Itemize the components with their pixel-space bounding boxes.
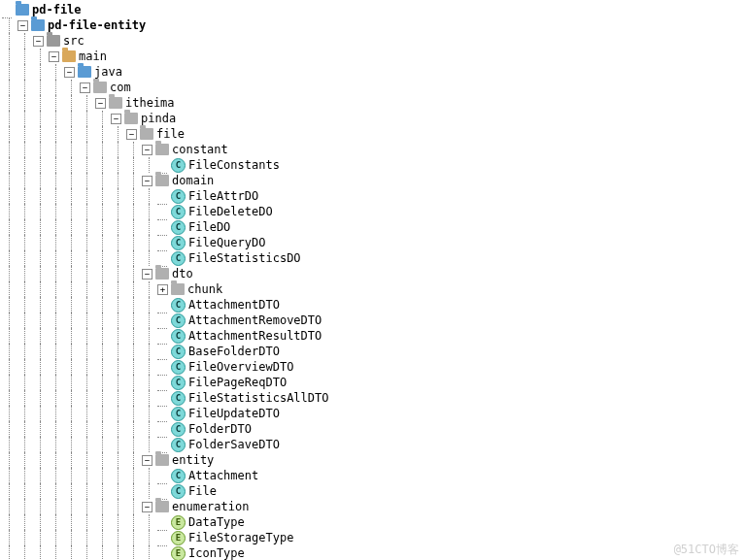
folder-icon [78, 66, 91, 78]
tree-node[interactable]: pd-file [2, 2, 745, 17]
class-icon: C [171, 298, 186, 313]
tree-node[interactable]: CFileAttrDO [2, 188, 745, 204]
tree-node[interactable]: −constant [2, 142, 745, 157]
class-icon: C [171, 484, 186, 499]
collapse-icon[interactable]: − [49, 51, 59, 62]
tree-node[interactable]: −enumeration [2, 499, 745, 514]
collapse-icon[interactable]: − [33, 36, 44, 47]
node-label: File [188, 483, 217, 499]
tree-node[interactable]: EFileStorageType [2, 530, 745, 545]
tree-node[interactable]: CFilePageReqDTO [2, 375, 745, 390]
node-label: AttachmentDTO [188, 297, 280, 313]
node-label: domain [172, 173, 214, 188]
tree-node[interactable]: CFile [2, 483, 745, 499]
package-icon [171, 283, 185, 295]
node-label: FileStatisticsAllDTO [188, 390, 329, 406]
collapse-icon[interactable]: − [126, 129, 137, 140]
node-label: FileDO [188, 219, 230, 235]
folder-icon [16, 4, 29, 16]
tree-node[interactable]: −src [2, 33, 745, 49]
class-icon: C [171, 205, 186, 219]
tree-node[interactable]: CFileOverviewDTO [2, 359, 745, 375]
tree-node[interactable]: CFileStatisticsDO [2, 250, 745, 266]
node-label: pd-file-entity [48, 17, 146, 33]
tree-node[interactable]: CAttachment [2, 468, 745, 483]
node-label: DataType [188, 514, 245, 530]
tree-node[interactable]: −com [2, 80, 745, 95]
tree-node[interactable]: EDataType [2, 514, 745, 530]
node-label: pinda [141, 111, 176, 126]
class-icon: C [171, 251, 186, 266]
tree-node[interactable]: −file [2, 126, 745, 142]
tree-node[interactable]: −pinda [2, 111, 745, 126]
class-icon: C [171, 220, 186, 235]
node-label: constant [172, 142, 228, 157]
tree-node[interactable]: −itheima [2, 95, 745, 111]
tree-node[interactable]: −domain [2, 173, 745, 188]
node-label: enumeration [172, 499, 249, 514]
tree-node[interactable]: CAttachmentDTO [2, 297, 745, 313]
watermark: @51CTO博客 [674, 542, 739, 558]
collapse-icon[interactable]: − [142, 269, 152, 280]
tree-node[interactable]: CAttachmentRemoveDTO [2, 313, 745, 328]
expand-icon[interactable]: + [157, 284, 168, 295]
tree-node[interactable]: CAttachmentResultDTO [2, 328, 745, 344]
class-icon: C [171, 345, 186, 359]
node-label: FileConstants [188, 157, 280, 173]
class-icon: C [171, 376, 186, 390]
tree-node[interactable]: CFileQueryDO [2, 235, 745, 250]
collapse-icon[interactable]: − [95, 98, 106, 109]
node-label: FileStorageType [188, 530, 293, 545]
package-icon [155, 454, 169, 466]
tree-node[interactable]: CFileUpdateDTO [2, 406, 745, 421]
tree-node[interactable]: CFolderDTO [2, 421, 745, 437]
enum-icon: E [171, 546, 186, 561]
node-label: com [110, 80, 131, 95]
class-icon: C [171, 329, 186, 344]
tree-node[interactable]: +chunk [2, 281, 745, 297]
node-label: FolderDTO [188, 421, 252, 437]
class-icon: C [171, 158, 186, 173]
project-tree[interactable]: pd-file−pd-file-entity−src−main−java−com… [2, 2, 745, 560]
node-label: FileStatisticsDO [188, 250, 301, 266]
package-icon [93, 82, 107, 93]
tree-node[interactable]: CFolderSaveDTO [2, 437, 745, 452]
folder-icon [31, 19, 45, 31]
collapse-icon[interactable]: − [111, 114, 121, 124]
tree-node[interactable]: CFileStatisticsAllDTO [2, 390, 745, 406]
collapse-icon[interactable]: − [142, 455, 152, 466]
node-label: main [79, 49, 107, 64]
tree-node[interactable]: −java [2, 64, 745, 80]
tree-node[interactable]: EIconType [2, 545, 745, 560]
node-label: FilePageReqDTO [188, 375, 287, 390]
collapse-icon[interactable]: − [142, 502, 152, 512]
tree-node[interactable]: −pd-file-entity [2, 17, 745, 33]
tree-node[interactable]: CFileDeleteDO [2, 204, 745, 219]
node-label: entity [172, 452, 214, 468]
package-icon [155, 175, 169, 186]
folder-icon [47, 35, 60, 47]
collapse-icon[interactable]: − [142, 145, 152, 155]
tree-node[interactable]: −entity [2, 452, 745, 468]
node-label: itheima [125, 95, 175, 111]
tree-node[interactable]: CFileDO [2, 219, 745, 235]
folder-icon [62, 50, 76, 62]
collapse-icon[interactable]: − [64, 67, 75, 78]
tree-node[interactable]: CBaseFolderDTO [2, 344, 745, 359]
tree-node[interactable]: −main [2, 49, 745, 64]
tree-node[interactable]: CFileConstants [2, 157, 745, 173]
node-label: file [156, 126, 185, 142]
collapse-icon[interactable]: − [80, 82, 90, 93]
class-icon: C [171, 438, 186, 452]
package-icon [109, 97, 122, 109]
collapse-icon[interactable]: − [17, 20, 28, 31]
node-label: FileDeleteDO [188, 204, 273, 219]
package-icon [140, 128, 153, 140]
class-icon: C [171, 189, 186, 204]
node-label: FileAttrDO [188, 188, 258, 204]
collapse-icon[interactable]: − [142, 176, 152, 186]
class-icon: C [171, 236, 186, 250]
package-icon [155, 501, 169, 512]
tree-node[interactable]: −dto [2, 266, 745, 281]
node-label: FileQueryDO [188, 235, 265, 250]
